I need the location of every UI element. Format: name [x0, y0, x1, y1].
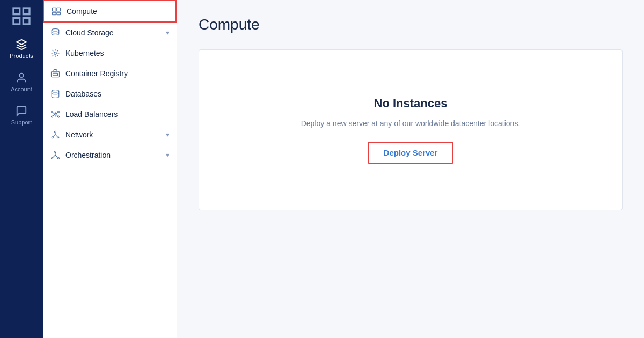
nav-item-account-label: Account — [11, 86, 32, 92]
sidebar-item-network[interactable]: Network ▾ — [43, 124, 177, 145]
page-title: Compute — [199, 16, 623, 33]
sidebar-item-compute[interactable]: Compute — [43, 0, 177, 23]
kubernetes-icon — [50, 48, 60, 58]
sidebar-item-orchestration-label: Orchestration — [65, 151, 111, 159]
sidebar-item-kubernetes[interactable]: Kubernetes — [43, 43, 177, 63]
sidebar-item-load-balancers[interactable]: Load Balancers — [43, 104, 177, 124]
empty-state-title: No Instances — [374, 97, 448, 111]
chevron-down-icon: ▾ — [166, 29, 169, 36]
svg-rect-7 — [57, 8, 61, 11]
nav-item-support[interactable]: Support — [0, 99, 43, 132]
loadbalancer-icon — [50, 109, 60, 119]
svg-point-10 — [52, 29, 59, 32]
chevron-down-icon: ▾ — [166, 131, 169, 138]
layers-icon — [16, 39, 27, 50]
svg-point-14 — [52, 90, 59, 93]
sidebar-item-container-registry[interactable]: Container Registry — [43, 63, 177, 84]
database-icon — [50, 89, 60, 99]
svg-point-23 — [55, 151, 56, 153]
svg-point-15 — [55, 114, 56, 115]
sidebar-item-databases[interactable]: Databases — [43, 84, 177, 104]
svg-point-19 — [58, 116, 60, 117]
svg-point-21 — [52, 137, 53, 138]
logo-icon — [11, 5, 32, 27]
sidebar-item-container-registry-label: Container Registry — [65, 69, 128, 78]
chevron-down-icon: ▾ — [166, 151, 169, 159]
nav-item-products-label: Products — [10, 53, 33, 59]
network-icon — [50, 130, 60, 139]
compute-icon — [52, 6, 61, 16]
svg-rect-9 — [57, 12, 61, 15]
main-content: Compute No Instances Deploy a new server… — [177, 0, 644, 338]
second-sidebar: Compute Cloud Storage ▾ Kubernetes Conta… — [43, 0, 177, 338]
sidebar-item-compute-label: Compute — [67, 7, 97, 16]
svg-point-11 — [54, 52, 57, 55]
sidebar-item-orchestration[interactable]: Orchestration ▾ — [43, 145, 177, 165]
empty-state-card: No Instances Deploy a new server at any … — [199, 49, 623, 210]
sidebar-item-network-label: Network — [65, 130, 93, 139]
user-icon — [16, 72, 27, 84]
svg-point-25 — [58, 158, 60, 159]
empty-state-subtitle: Deploy a new server at any of our worldw… — [301, 119, 521, 128]
svg-rect-0 — [13, 8, 20, 14]
sidebar-item-kubernetes-label: Kubernetes — [65, 49, 104, 57]
svg-marker-4 — [17, 40, 26, 45]
far-left-nav: Products Account Support — [0, 0, 43, 338]
svg-point-24 — [52, 158, 53, 159]
svg-rect-12 — [52, 71, 60, 77]
svg-point-16 — [52, 111, 53, 113]
svg-rect-3 — [23, 18, 30, 24]
svg-rect-6 — [53, 8, 56, 11]
chat-icon — [16, 105, 27, 117]
svg-point-20 — [55, 131, 56, 133]
sidebar-item-load-balancers-label: Load Balancers — [65, 110, 118, 119]
nav-item-account[interactable]: Account — [0, 65, 43, 99]
svg-point-18 — [52, 116, 53, 117]
nav-item-support-label: Support — [11, 119, 32, 126]
svg-point-5 — [19, 74, 23, 77]
svg-rect-2 — [13, 18, 20, 24]
registry-icon — [50, 69, 60, 78]
svg-point-22 — [57, 137, 59, 138]
deploy-server-button[interactable]: Deploy Server — [368, 142, 454, 164]
logo — [11, 5, 32, 27]
orchestration-icon — [50, 150, 60, 160]
svg-rect-13 — [53, 73, 58, 76]
storage-icon — [50, 28, 60, 38]
nav-item-products[interactable]: Products — [0, 32, 43, 65]
sidebar-item-databases-label: Databases — [65, 90, 101, 98]
svg-point-17 — [58, 111, 60, 113]
svg-rect-8 — [53, 12, 56, 15]
sidebar-item-cloud-storage[interactable]: Cloud Storage ▾ — [43, 23, 177, 43]
svg-rect-1 — [23, 8, 30, 14]
sidebar-item-cloud-storage-label: Cloud Storage — [65, 28, 114, 37]
